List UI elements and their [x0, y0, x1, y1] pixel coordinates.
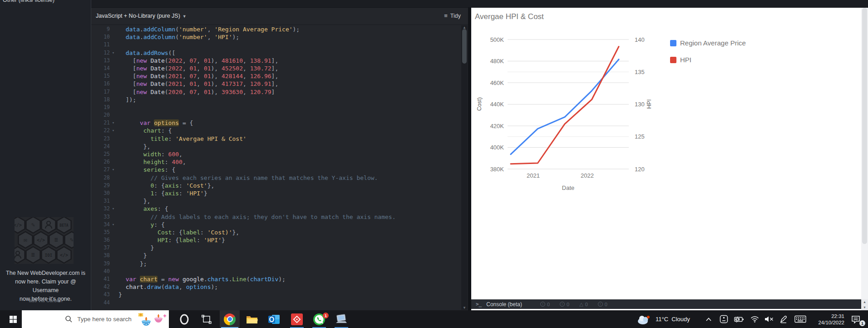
tray-device-icon[interactable]	[717, 310, 730, 328]
action-center-button[interactable]: 1	[848, 310, 863, 328]
legend-item[interactable]: HPI	[670, 56, 691, 64]
editor-header: JavaScript + No-Library (pure JS)▼ ≡Tidy	[91, 8, 468, 25]
code-line[interactable]: 14 [new Date(2022, 01, 01), 452502, 130.…	[91, 65, 461, 72]
code-line[interactable]: 22▾ chart: {	[91, 127, 461, 134]
taskbar-weather[interactable]: 11°C Cloudy	[636, 310, 695, 328]
tray-touch-keyboard[interactable]	[793, 310, 808, 328]
page-scrollbar-thumb[interactable]	[862, 8, 867, 244]
code-line[interactable]: 13 [new Date(2022, 07, 01), 481610, 138.…	[91, 57, 461, 65]
code-line[interactable]: 19	[91, 104, 461, 111]
fold-gutter	[110, 104, 117, 111]
fold-arrow-icon[interactable]: ▾	[110, 49, 117, 57]
code-line[interactable]: 17 [new Date(2020, 07, 01), 393630, 120.…	[91, 88, 461, 96]
panel-divider[interactable]	[468, 8, 471, 310]
legend-item[interactable]: Region Average Price	[670, 39, 746, 47]
code-text: [new Date(2021, 01, 01), 417317, 120.91]…	[117, 80, 278, 88]
console-bar[interactable]: >_ Console (beta) !0!0△0!0	[471, 299, 861, 309]
line-number: 27	[91, 166, 110, 174]
code-line[interactable]: 9 data.addColumn('number', 'Region Avera…	[91, 25, 461, 33]
fold-gutter	[110, 96, 117, 104]
line-number: 37	[91, 244, 110, 252]
taskbar-app-outlook[interactable]	[267, 310, 281, 328]
code-line[interactable]: 23 title: 'Avergae HPI & Cost'	[91, 135, 461, 143]
code-editor-lines[interactable]: 9 data.addColumn('number', 'Region Avera…	[91, 25, 461, 310]
code-line[interactable]: 36 HPI: {label: 'HPI'}	[91, 236, 461, 244]
code-line[interactable]: 18 ]);	[91, 96, 461, 104]
console-counters: !0!0△0!0	[522, 301, 607, 307]
code-line[interactable]: 38 }	[91, 252, 461, 259]
code-line[interactable]: 33 // Adds labels to each axis; they don…	[91, 213, 461, 221]
console-counter-warning[interactable]: △0	[579, 301, 588, 307]
code-line[interactable]: 20	[91, 111, 461, 119]
tray-wifi[interactable]	[748, 310, 761, 328]
tray-pen[interactable]	[777, 310, 790, 328]
tray-show-hidden-icons[interactable]	[703, 310, 715, 328]
code-line[interactable]: 37 }	[91, 244, 461, 252]
tray-volume[interactable]	[762, 310, 776, 328]
legend-swatch	[670, 57, 676, 63]
page-scrollbar[interactable]: ▲ ▼	[861, 8, 868, 310]
taskbar-app-opera[interactable]	[177, 310, 192, 328]
code-line[interactable]: 44	[91, 299, 461, 307]
line-number: 44	[91, 299, 110, 307]
taskbar-app-whatsapp[interactable]: 1	[312, 310, 326, 328]
code-line[interactable]: 42 chart.draw(data, options);	[91, 283, 461, 291]
fold-gutter	[110, 275, 117, 283]
taskbar-app-laptop[interactable]	[334, 310, 349, 328]
code-line[interactable]: 15 [new Date(2021, 07, 01), 428144, 126.…	[91, 72, 461, 80]
code-line[interactable]: 34▾ y: {	[91, 221, 461, 229]
counter-value: 0	[547, 302, 550, 307]
code-line[interactable]: 11	[91, 41, 461, 49]
right-axis-tick: 135	[635, 69, 645, 75]
console-counter-log[interactable]: !0	[598, 301, 607, 307]
code-line[interactable]: 35 Cost: {label: 'Cost)'},	[91, 229, 461, 236]
editor-scrollbar[interactable]: ▲ ▼	[461, 25, 468, 310]
fold-arrow-icon[interactable]: ▾	[110, 119, 117, 127]
code-icon: </>	[15, 223, 22, 228]
taskbar-search-box[interactable]: Type here to search	[22, 310, 169, 328]
task-view-button[interactable]	[199, 310, 214, 328]
console-counter-info[interactable]: !0	[560, 301, 569, 307]
code-line[interactable]: 10 data.addColumn('number', 'HPI');	[91, 33, 461, 41]
carbon-ad-image[interactable]: </>✎BETA✉</>≡✎≡IOI</>	[15, 217, 74, 264]
editor-language-dropdown[interactable]: JavaScript + No-Library (pure JS)▼	[96, 13, 187, 19]
tune-icon: ≡	[31, 251, 35, 258]
page-scroll-up-icon[interactable]: ▲	[861, 299, 868, 305]
fold-arrow-icon[interactable]: ▾	[110, 205, 117, 213]
fold-gutter	[110, 189, 117, 197]
line-number: 15	[91, 72, 110, 80]
scroll-down-icon[interactable]: ▼	[461, 306, 468, 310]
code-line[interactable]: 40	[91, 268, 461, 275]
taskbar-clock[interactable]: 22:31 24/10/2022	[812, 310, 844, 328]
code-line[interactable]: 21▾ var options = {	[91, 119, 461, 127]
code-line[interactable]: 25 width: 600,	[91, 150, 461, 158]
line-number: 11	[91, 41, 110, 49]
page-scroll-down-icon[interactable]: ▼	[861, 305, 868, 310]
code-line[interactable]: 39 };	[91, 260, 461, 268]
tray-battery[interactable]	[732, 310, 746, 328]
code-line[interactable]: 32▾ axes: {	[91, 205, 461, 213]
console-counter-error[interactable]: !0	[540, 301, 550, 307]
fold-arrow-icon[interactable]: ▾	[110, 221, 117, 229]
line-number: 16	[91, 80, 110, 88]
code-line[interactable]: 31 },	[91, 197, 461, 205]
code-line[interactable]: 24 },	[91, 143, 461, 150]
taskbar-app-file-explorer[interactable]	[245, 310, 259, 328]
tidy-button[interactable]: ≡Tidy	[444, 12, 461, 19]
code-line[interactable]: 41 var chart = new google.charts.Line(ch…	[91, 275, 461, 283]
code-line[interactable]: 12▾ data.addRows([	[91, 49, 461, 57]
code-line[interactable]: 26 height: 400,	[91, 158, 461, 166]
code-line[interactable]: 43}	[91, 291, 461, 298]
editor-scrollbar-thumb[interactable]	[462, 29, 467, 64]
taskbar-app-red-diamond[interactable]	[290, 310, 304, 328]
code-line[interactable]: 30 1: {axis: 'HPI'}	[91, 189, 461, 197]
taskbar-app-chrome[interactable]	[220, 310, 240, 328]
code-line[interactable]: 28 // Gives each series an axis name tha…	[91, 174, 461, 182]
start-button[interactable]	[5, 310, 21, 328]
fold-arrow-icon[interactable]: ▾	[110, 166, 117, 174]
fold-arrow-icon[interactable]: ▾	[110, 127, 117, 134]
code-line[interactable]: 29 0: {axis: 'Cost'},	[91, 182, 461, 189]
ads-via-carbon-link[interactable]: ads via Carbon	[0, 298, 91, 303]
code-line[interactable]: 16 [new Date(2021, 01, 01), 417317, 120.…	[91, 80, 461, 88]
code-line[interactable]: 27▾ series: {	[91, 166, 461, 174]
